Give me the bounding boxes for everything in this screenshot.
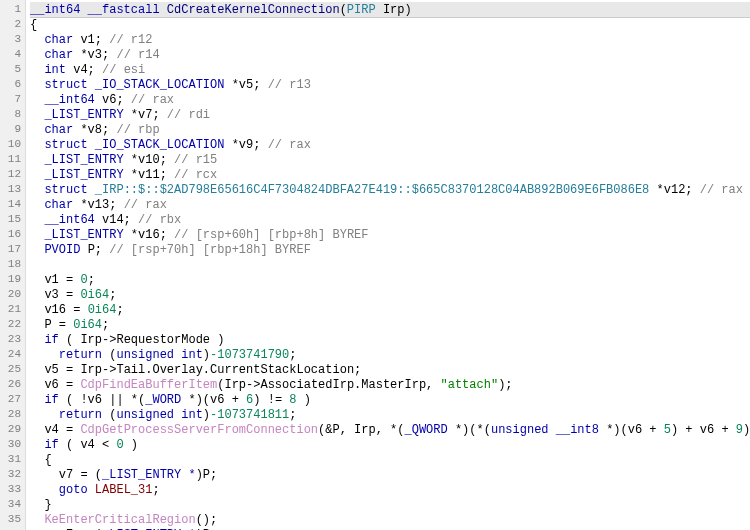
code-line[interactable]: { — [30, 453, 750, 468]
code-line[interactable]: _LIST_ENTRY *v10; // r15 — [30, 153, 750, 168]
code-line[interactable]: char *v8; // rbp — [30, 123, 750, 138]
code-line[interactable]: return (unsigned int)-1073741811; — [30, 408, 750, 423]
code-line[interactable]: } — [30, 498, 750, 513]
code-line[interactable]: v16 = 0i64; — [30, 303, 750, 318]
code-line[interactable]: struct _IRP::$::$2AD798E65616C4F7304824D… — [30, 183, 750, 198]
code-line[interactable]: v3 = 0i64; — [30, 288, 750, 303]
code-line[interactable]: __int64 v14; // rbx — [30, 213, 750, 228]
code-line[interactable]: char v1; // r12 — [30, 33, 750, 48]
code-line[interactable]: goto LABEL_31; — [30, 483, 750, 498]
code-editor-view[interactable]: __int64 __fastcall CdCreateKernelConnect… — [26, 0, 750, 530]
code-line[interactable]: char *v3; // r14 — [30, 48, 750, 63]
code-line[interactable]: __int64 __fastcall CdCreateKernelConnect… — [30, 2, 750, 18]
code-line[interactable]: if ( Irp->RequestorMode ) — [30, 333, 750, 348]
code-line[interactable]: v5 = Irp->Tail.Overlay.CurrentStackLocat… — [30, 363, 750, 378]
code-line[interactable]: v6 = CdpFindEaBufferItem(Irp->Associated… — [30, 378, 750, 393]
code-line[interactable]: if ( v4 < 0 ) — [30, 438, 750, 453]
code-line[interactable]: { — [30, 18, 750, 33]
code-line[interactable]: int v4; // esi — [30, 63, 750, 78]
code-line[interactable]: _LIST_ENTRY *v16; // [rsp+60h] [rbp+8h] … — [30, 228, 750, 243]
code-line[interactable]: PVOID P; // [rsp+70h] [rbp+18h] BYREF — [30, 243, 750, 258]
code-line[interactable]: v1 = 0; — [30, 273, 750, 288]
code-line[interactable]: if ( !v6 || *(_WORD *)(v6 + 6) != 8 ) — [30, 393, 750, 408]
code-line[interactable]: P = 0i64; — [30, 318, 750, 333]
line-number-gutter: 1234567891011121314151617181920212223242… — [0, 0, 26, 530]
code-line[interactable]: _LIST_ENTRY *v7; // rdi — [30, 108, 750, 123]
code-line[interactable] — [30, 258, 750, 273]
code-line[interactable]: v4 = CdpGetProcessServerFromConnection(&… — [30, 423, 750, 438]
code-line[interactable]: _LIST_ENTRY *v11; // rcx — [30, 168, 750, 183]
code-line[interactable]: struct _IO_STACK_LOCATION *v5; // r13 — [30, 78, 750, 93]
code-line[interactable]: v7 = (_LIST_ENTRY *)P; — [30, 468, 750, 483]
code-line[interactable]: __int64 v6; // rax — [30, 93, 750, 108]
code-line[interactable]: return (unsigned int)-1073741790; — [30, 348, 750, 363]
code-line[interactable]: struct _IO_STACK_LOCATION *v9; // rax — [30, 138, 750, 153]
code-line[interactable]: char *v13; // rax — [30, 198, 750, 213]
code-line[interactable]: KeEnterCriticalRegion(); — [30, 513, 750, 528]
